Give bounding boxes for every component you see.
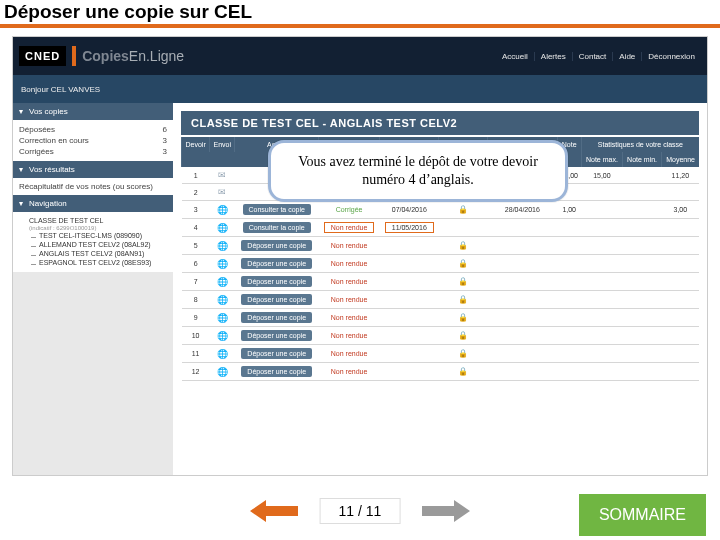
date-depot-cell [380,363,439,381]
etat-cell: Non rendue [319,237,380,255]
etat-cell: Corrigée [319,201,380,219]
svg-marker-1 [422,500,470,522]
table-row: 12 🌐 Déposer une copie Non rendue 🔒 [182,363,700,381]
action-button[interactable]: Déposer une copie [241,366,312,377]
nav-contact[interactable]: Contact [572,52,613,61]
page-title: Déposer une copie sur CEL [4,1,252,23]
sidebar-results-body: Récapitulatif de vos notes (ou scores) [13,178,173,195]
sidebar-item-label[interactable]: Récapitulatif de vos notes (ou scores) [19,182,153,191]
globe-icon: 🌐 [217,331,228,341]
chevron-down-icon: ▾ [19,199,23,208]
sidebar-nav-header[interactable]: ▾Navigation [13,195,173,212]
date-depot-cell [380,291,439,309]
date-depot-cell: 11/05/2016 [380,219,439,237]
etat-cell: Non rendue [319,345,380,363]
class-title: CLASSE DE TEST CEL - ANGLAIS TEST CELV2 [181,111,699,135]
sommaire-button[interactable]: SOMMAIRE [579,494,706,536]
nav-child[interactable]: ALLEMAND TEST CELV2 (08AL92) [29,240,167,249]
globe-icon: 🌐 [217,241,228,251]
sidebar-item-label: Corrigées [19,147,54,156]
action-button[interactable]: Déposer une copie [241,348,312,359]
callout-line: Vous avez terminé le dépôt de votre devo… [298,154,538,169]
globe-icon: 🌐 [217,259,228,269]
sidebar: ▾Vos copies Déposées6 Correction en cour… [13,103,173,475]
globe-icon: 🌐 [217,295,228,305]
action-button[interactable]: Déposer une copie [241,276,312,287]
sidebar-copies-body: Déposées6 Correction en cours3 Corrigées… [13,120,173,161]
app-screenshot: CNED CopiesEn.Ligne Accueil Alertes Cont… [12,36,708,476]
nav-tree: CLASSE DE TEST CEL (indicatif : 6299O100… [13,212,173,272]
topbar: CNED CopiesEn.Ligne Accueil Alertes Cont… [13,37,707,75]
etat-cell: Non rendue [319,309,380,327]
table-row: 11 🌐 Déposer une copie Non rendue 🔒 [182,345,700,363]
table-row: 9 🌐 Déposer une copie Non rendue 🔒 [182,309,700,327]
sidebar-results-header[interactable]: ▾Vos résultats [13,161,173,178]
action-button[interactable]: Déposer une copie [241,258,312,269]
logo-cned: CNED [19,46,66,66]
action-button[interactable]: Déposer une copie [241,312,312,323]
callout-line: numéro 4 d’anglais. [362,172,474,187]
lock-icon: 🔒 [458,259,468,268]
lock-icon: 🔒 [458,241,468,250]
table-row: 5 🌐 Déposer une copie Non rendue 🔒 [182,237,700,255]
th-moy: Moyenne [662,152,699,167]
table-row: 6 🌐 Déposer une copie Non rendue 🔒 [182,255,700,273]
date-depot-cell [380,273,439,291]
svg-marker-0 [250,500,298,522]
etat-cell: Non rendue [319,219,380,237]
action-button[interactable]: Consulter ta copie [243,204,311,215]
nav-aide[interactable]: Aide [612,52,641,61]
topnav: Accueil Alertes Contact Aide Déconnexion [496,52,701,61]
nav-accueil[interactable]: Accueil [496,52,534,61]
lock-icon: 🔒 [458,295,468,304]
th-stats: Statistiques de votre classe [581,137,699,152]
prev-arrow[interactable] [250,500,298,522]
globe-icon: 🌐 [217,367,228,377]
table-row: 7 🌐 Déposer une copie Non rendue 🔒 [182,273,700,291]
action-button[interactable]: Consulter la copie [243,222,311,233]
date-depot-cell [380,345,439,363]
etat-cell: Non rendue [319,273,380,291]
logo-stripe [72,46,76,66]
th-notemax: Note max. [581,152,622,167]
welcome-bar: Bonjour CEL VANVES [13,75,707,103]
lock-icon: 🔒 [458,313,468,322]
table-row: 10 🌐 Déposer une copie Non rendue 🔒 [182,327,700,345]
page-indicator: 11 / 11 [320,498,401,524]
nav-alertes[interactable]: Alertes [534,52,572,61]
nav-root[interactable]: CLASSE DE TEST CEL (indicatif : 6299O100… [19,216,167,268]
page-title-bar: Déposer une copie sur CEL [0,0,720,28]
sidebar-copies-header[interactable]: ▾Vos copies [13,103,173,120]
lock-icon: 🔒 [458,349,468,358]
table-row: 3 🌐 Consulter ta copie Corrigée 07/04/20… [182,201,700,219]
action-button[interactable]: Déposer une copie [241,294,312,305]
date-depot-cell: 07/04/2016 [380,201,439,219]
nav-child[interactable]: ESPAGNOL TEST CELV2 (08ES93) [29,258,167,267]
etat-cell: Non rendue [319,327,380,345]
lock-icon: 🔒 [458,205,468,214]
th-notemin: Note min. [623,152,662,167]
etat-cell: Non rendue [319,255,380,273]
globe-icon: 🌐 [217,349,228,359]
nav-deconnexion[interactable]: Déconnexion [641,52,701,61]
action-button[interactable]: Déposer une copie [241,330,312,341]
slide-footer: 11 / 11 SOMMAIRE [0,486,720,536]
nav-child[interactable]: ANGLAIS TEST CELV2 (08AN91) [29,249,167,258]
lock-icon: 🔒 [458,331,468,340]
sidebar-item-label: Déposées [19,125,55,134]
th-devoir: Devoir [182,137,210,152]
chevron-down-icon: ▾ [19,107,23,116]
logo-copies: CopiesEn.Ligne [82,48,184,64]
lock-icon: 🔒 [458,367,468,376]
sidebar-item-label: Correction en cours [19,136,89,145]
date-depot-cell [380,237,439,255]
next-arrow[interactable] [422,500,470,522]
chevron-down-icon: ▾ [19,165,23,174]
completion-callout: Vous avez terminé le dépôt de votre devo… [268,140,568,202]
action-button[interactable]: Déposer une copie [241,240,312,251]
lock-icon: 🔒 [458,277,468,286]
etat-cell: Non rendue [319,291,380,309]
nav-child[interactable]: TEST CEL-ITSEC-LMS (089090) [29,231,167,240]
table-row: 4 🌐 Consulter la copie Non rendue 11/05/… [182,219,700,237]
date-depot-cell [380,255,439,273]
